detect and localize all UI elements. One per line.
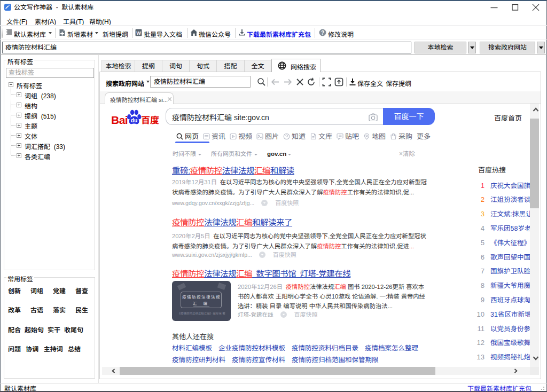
- svg-text:?: ?: [321, 30, 324, 36]
- svg-text:W: W: [136, 30, 141, 36]
- svg-text:du: du: [131, 117, 138, 123]
